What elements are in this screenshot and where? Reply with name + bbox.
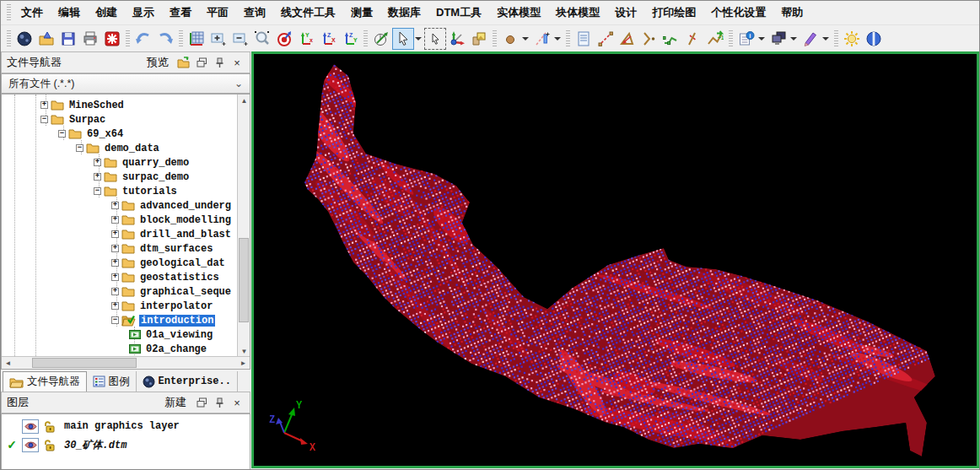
menu-item-view[interactable]: 查看 [162, 3, 199, 23]
toolbar-grip[interactable] [566, 30, 570, 47]
new-layer-button[interactable]: 新建 [164, 395, 186, 410]
view-x-axis-button[interactable]: ZX [317, 28, 339, 50]
split-segment-button[interactable] [638, 28, 660, 50]
scroll-up-icon[interactable]: ▲ [238, 95, 250, 107]
tree-item-minesched[interactable]: +MineSched [2, 98, 126, 112]
tree-item-tutorials[interactable]: −tutorials [2, 184, 179, 198]
close-string-button[interactable] [617, 28, 638, 50]
scroll-left-icon[interactable]: ◄ [2, 357, 14, 370]
tab-enterprise[interactable]: Enterprise.. [137, 371, 238, 392]
node-marker-button[interactable] [531, 28, 553, 50]
menu-item-inquire[interactable]: 查询 [236, 3, 273, 23]
layer-visibility-eye-icon[interactable] [22, 419, 39, 434]
tree-horizontal-scrollbar[interactable]: ◄► [2, 356, 250, 369]
tree-item-geological-dat[interactable]: +geological_dat [2, 256, 227, 270]
view-z-axis-button[interactable]: ZY [339, 28, 361, 50]
zoom-out-button[interactable] [229, 28, 251, 50]
layer-lock-icon[interactable] [42, 438, 56, 452]
scroll-right-icon[interactable]: ► [237, 357, 250, 370]
expand-icon[interactable]: + [94, 159, 101, 166]
collapse-icon[interactable]: − [40, 116, 48, 123]
menu-item-display[interactable]: 显示 [125, 3, 162, 23]
tree-item-surpac[interactable]: −Surpac [2, 112, 107, 127]
reset-graphics-button[interactable] [101, 28, 123, 50]
tree-item-introduction[interactable]: −introduction [2, 313, 215, 327]
toolbar-grip[interactable] [729, 30, 733, 47]
edit-pencil-button[interactable] [800, 28, 821, 50]
tree-item-demo-data[interactable]: −demo_data [2, 141, 161, 155]
tree-item-surpac-demo[interactable]: +surpac_demo [2, 170, 191, 184]
expand-icon[interactable]: + [40, 101, 48, 109]
float-panel-icon[interactable] [194, 395, 209, 410]
menu-item-file[interactable]: 文件 [13, 3, 51, 23]
box-select-button[interactable] [424, 28, 446, 50]
tree-item-dtm-surfaces[interactable]: +dtm_surfaces [2, 241, 214, 256]
tree-item-02a-change[interactable]: 02a_change [2, 342, 208, 356]
tree-item-interpolator[interactable]: +interpolator [2, 299, 214, 313]
graphics-viewport[interactable] [251, 51, 979, 468]
scroll-thumb[interactable] [32, 358, 137, 368]
redo-button[interactable] [154, 28, 176, 50]
collapse-icon[interactable]: − [111, 316, 119, 324]
tree-vertical-scrollbar[interactable]: ▲▼ [237, 95, 250, 358]
menu-item-help[interactable]: 帮助 [773, 3, 810, 23]
menu-item-dtm-tools[interactable]: DTM工具 [428, 3, 489, 23]
select-pointer-button[interactable] [392, 28, 414, 50]
properties-info-button[interactable]: i [735, 28, 757, 50]
toolbar-grip[interactable] [7, 30, 11, 47]
ore-body-dtm-canvas[interactable] [254, 54, 977, 466]
zoom-lens-button[interactable] [251, 28, 273, 50]
edit-pencil-dropdown-icon[interactable] [822, 37, 829, 41]
zoom-data-extents-button[interactable] [186, 28, 207, 50]
menu-item-block-model[interactable]: 块体模型 [548, 3, 607, 23]
preview-toggle[interactable]: 预览 [147, 55, 169, 70]
undo-button[interactable] [132, 28, 154, 50]
zoom-in-button[interactable] [207, 28, 229, 50]
close-panel-icon[interactable]: × [229, 55, 245, 70]
toolbar-grip[interactable] [493, 30, 497, 47]
layer-visibility-eye-icon[interactable] [22, 438, 39, 452]
tree-item-advanced-underg[interactable]: +advanced_underg [2, 198, 233, 213]
collapse-icon[interactable]: − [58, 130, 66, 138]
renumber-string-button[interactable]: +1 [704, 28, 726, 50]
pin-panel-icon[interactable] [212, 55, 227, 70]
menu-item-database[interactable]: 数据库 [380, 3, 428, 23]
close-panel-icon[interactable]: × [229, 395, 245, 410]
print-button[interactable] [79, 28, 101, 50]
tree-item-drill-and-blast[interactable]: +drill_and_blast [2, 227, 233, 241]
menu-item-customise[interactable]: 个性化设置 [703, 3, 773, 23]
tree-item-quarry-demo[interactable]: +quarry_demo [2, 155, 191, 170]
orientation-axes-button[interactable] [446, 28, 468, 50]
display-screens-button[interactable] [767, 28, 789, 50]
menu-item-create[interactable]: 创建 [88, 3, 125, 23]
menu-item-plotting[interactable]: 打印绘图 [644, 3, 703, 23]
expand-icon[interactable]: + [111, 288, 119, 295]
layer-active-check-icon[interactable]: ✓ [5, 438, 19, 451]
collapse-icon[interactable]: − [76, 144, 83, 152]
point-marker-dropdown-icon[interactable] [522, 37, 529, 41]
layer-lock-icon[interactable] [42, 419, 56, 434]
split-string-button[interactable] [682, 28, 704, 50]
data-view-button[interactable] [273, 28, 295, 50]
menu-item-solid-model[interactable]: 实体模型 [489, 3, 548, 23]
menu-item-plane[interactable]: 平面 [199, 3, 236, 23]
menu-item-edit[interactable]: 编辑 [51, 3, 88, 23]
tree-item-69-x64[interactable]: −69_x64 [2, 127, 125, 141]
open-file-button[interactable] [35, 28, 57, 50]
brightness-button[interactable] [841, 28, 863, 50]
expand-icon[interactable]: + [111, 216, 119, 224]
save-button[interactable] [57, 28, 79, 50]
menu-item-design[interactable]: 设计 [607, 3, 644, 23]
expand-icon[interactable]: + [111, 245, 119, 252]
view-y-axis-button[interactable]: Yx [295, 28, 317, 50]
digitise-point-button[interactable] [660, 28, 682, 50]
expand-icon[interactable]: + [111, 302, 119, 310]
properties-info-dropdown-icon[interactable] [758, 37, 765, 41]
expand-icon[interactable]: + [111, 259, 119, 267]
toolbar-grip[interactable] [126, 30, 130, 47]
layer-row[interactable]: ✓30_矿体.dtm [2, 435, 250, 454]
tab-file-navigator[interactable]: 文件导航器 [3, 371, 87, 392]
render-faces-button[interactable] [468, 28, 490, 50]
layer-row[interactable]: main graphics layer [2, 417, 250, 435]
break-string-button[interactable] [595, 28, 617, 50]
